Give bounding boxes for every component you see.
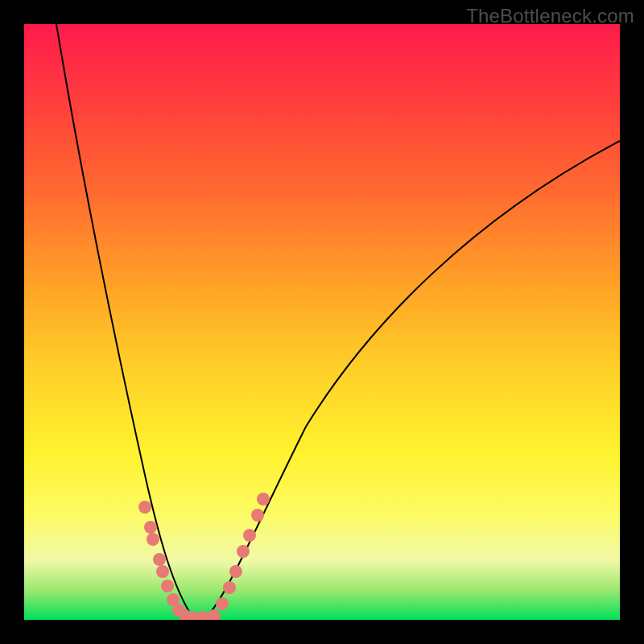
data-point xyxy=(229,565,242,578)
data-point xyxy=(208,609,221,620)
data-point xyxy=(251,509,264,522)
data-point xyxy=(161,580,174,592)
plot-area xyxy=(24,24,620,620)
left-curve xyxy=(56,24,193,618)
data-point xyxy=(223,581,236,594)
data-point xyxy=(216,597,229,610)
data-point xyxy=(147,533,159,546)
data-point xyxy=(138,501,151,514)
chart-frame: TheBottleneck.com xyxy=(0,0,644,644)
data-point xyxy=(243,529,256,542)
data-point xyxy=(156,565,169,578)
curves-svg xyxy=(24,24,620,620)
right-curve xyxy=(205,141,620,618)
data-point xyxy=(257,493,270,506)
data-point xyxy=(153,553,166,566)
data-point xyxy=(237,545,250,558)
data-point xyxy=(144,521,157,534)
